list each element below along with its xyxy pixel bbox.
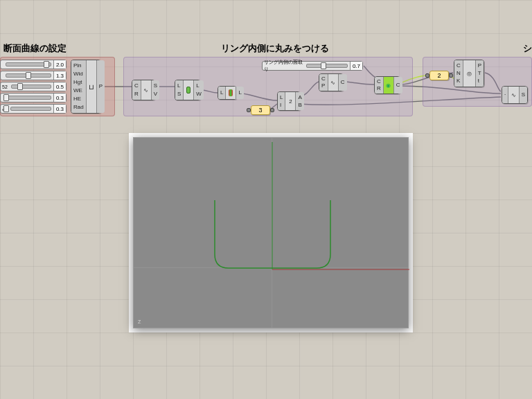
- loft-icon: [186, 87, 190, 94]
- port-c6o: C: [396, 82, 400, 89]
- component-split[interactable]: L I 2 A B: [277, 91, 301, 111]
- slider-fillet[interactable]: リング内側の面取り 0.7: [262, 61, 363, 71]
- mid-num: 2: [289, 98, 292, 105]
- component-cnk[interactable]: C N K ◎ P T t: [454, 60, 484, 87]
- port-v: V: [154, 91, 157, 98]
- port-p5: P: [321, 82, 326, 89]
- port-l: L: [177, 82, 181, 89]
- port-p-out: P: [99, 83, 103, 90]
- ring-icon: ◎: [467, 71, 472, 77]
- slider-height[interactable]: 1.3: [0, 71, 66, 80]
- port-l3o: L: [238, 89, 241, 96]
- viewport-axis-label: z: [138, 318, 141, 325]
- profile-icon: ⊔: [89, 83, 94, 91]
- port-wout: W: [196, 91, 202, 98]
- port-l3: L: [220, 89, 223, 96]
- swirl-icon: ∿: [143, 87, 148, 94]
- port-he: HE: [73, 96, 84, 103]
- panel-value-3[interactable]: 3: [251, 105, 270, 115]
- port-tt7: t: [478, 78, 481, 85]
- port-lout: L: [196, 82, 202, 89]
- port-b4: B: [298, 102, 301, 109]
- port-a4: A: [298, 94, 301, 101]
- port-c5o: C: [341, 79, 345, 86]
- port-l4: L: [280, 94, 283, 101]
- slider-fillet-value: 0.7: [350, 62, 362, 70]
- port-t7: T: [478, 70, 481, 77]
- slider-param4[interactable]: 0.3: [0, 93, 66, 103]
- port-pln: Pln: [73, 62, 84, 69]
- port-s: S: [154, 82, 157, 89]
- port-we: WE: [73, 87, 84, 94]
- rhino-viewport[interactable]: z: [133, 137, 409, 328]
- swirl-icon-3: ∿: [511, 92, 516, 98]
- component-curve-eval[interactable]: C R ∿ S V: [132, 80, 155, 100]
- group-right-label: シー: [523, 42, 532, 55]
- slider-param3[interactable]: 52 0.5: [0, 82, 66, 91]
- slider-width[interactable]: 2.0: [0, 60, 66, 69]
- port-sEnd: S: [522, 91, 525, 98]
- port-c7: C: [456, 62, 461, 69]
- port-p7: P: [478, 62, 481, 69]
- group-section-label: 断面曲線の設定: [3, 42, 66, 55]
- port-r6: R: [377, 85, 381, 92]
- panel-3-text: 3: [258, 107, 262, 114]
- panel2-grip[interactable]: [425, 73, 429, 78]
- slider-param3-value: 0.5: [53, 82, 66, 91]
- component-loft[interactable]: L S L W: [175, 80, 201, 100]
- panel-value-2[interactable]: 2: [429, 71, 449, 80]
- slider-radius-value: 0.3: [53, 105, 66, 113]
- panel-grip[interactable]: [247, 108, 251, 112]
- stripe-icon: [229, 89, 233, 96]
- port-hgt: Hgt: [73, 79, 84, 86]
- port-c5: C: [321, 76, 326, 82]
- port-k7: K: [456, 78, 461, 85]
- port-c: C: [134, 82, 139, 89]
- component-fillet-curve[interactable]: C R ◉ C: [374, 76, 400, 94]
- port-wid: Wid: [73, 71, 84, 78]
- slider-radius[interactable]: み 0.3: [0, 104, 66, 114]
- slider-height-value: 1.3: [53, 71, 66, 80]
- slider-param3-label: 52: [1, 85, 9, 89]
- port-s2: S: [177, 91, 181, 98]
- slider-fillet-label: リング内側の面取り: [263, 59, 304, 73]
- panel-2-text: 2: [437, 72, 441, 79]
- port-i4: I: [280, 102, 283, 109]
- port-rad: Rad: [73, 104, 84, 111]
- component-construct-profile[interactable]: Pln Wid Hgt WE HE Rad ⊔ P: [71, 60, 101, 114]
- component-end[interactable]: · ∿ S: [502, 86, 528, 104]
- port-c6: C: [377, 78, 381, 85]
- fillet-icon: ◉: [386, 82, 391, 89]
- panel-grip-r[interactable]: [270, 108, 274, 112]
- port-end-in: ·: [504, 91, 506, 98]
- swirl-icon-2: ∿: [330, 80, 335, 86]
- port-r: R: [134, 91, 139, 98]
- port-n7: N: [456, 70, 461, 77]
- component-list[interactable]: L L: [218, 86, 237, 100]
- group-inner-fillet-label: リング内側に丸みをつける: [221, 42, 329, 55]
- viewport-geometry: [134, 138, 409, 329]
- component-curve-point[interactable]: C P ∿ C: [319, 73, 344, 91]
- slider-width-value: 2.0: [53, 60, 66, 69]
- slider-param4-value: 0.3: [53, 94, 66, 102]
- panel2-grip-r[interactable]: [449, 73, 453, 78]
